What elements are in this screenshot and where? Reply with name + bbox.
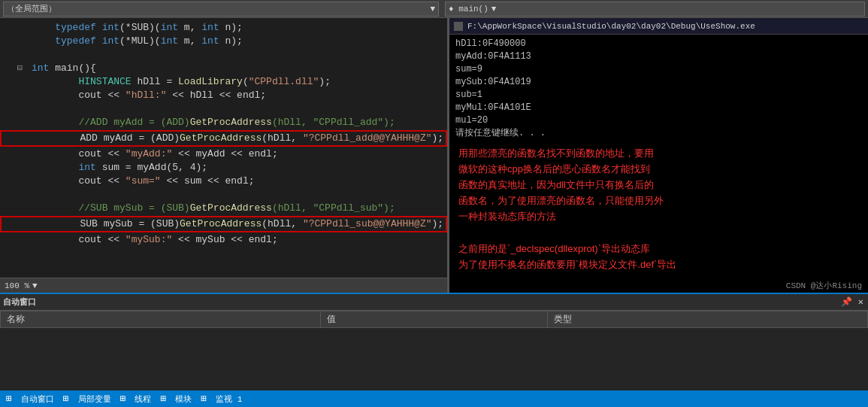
code-line: cout << "myAdd:" << myAdd << endl;: [0, 147, 447, 161]
code-line: cout << "hDll:" << hDll << endl;: [0, 89, 447, 102]
status-item-module[interactable]: 模块: [175, 393, 192, 405]
top-bar: （全局范围） ▼ ♦ main() ▼: [0, 0, 868, 18]
csdn-credit: CSDN @达小Rising: [449, 278, 868, 293]
bottom-tabs: 自动窗口 📌 ✕: [0, 294, 868, 311]
line-content: cout << "sum=" << sum << endl;: [29, 175, 447, 188]
auto-window-table: 名称 值 类型: [0, 311, 868, 390]
right-panel: F:\AppWorkSpace\VisualStudio\day02\day02…: [449, 18, 868, 293]
code-panel: typedef int(*SUB)(int m, int n); typedef…: [0, 18, 447, 293]
console-line: hDll:0F490000: [455, 38, 862, 50]
bottom-tab-title: 自动窗口: [3, 296, 36, 308]
annotation-line: 用那些漂亮的函数名找不到函数的地址，要用: [458, 145, 859, 161]
code-line: ⊟int main(){: [0, 62, 447, 75]
annotation-panel: 用那些漂亮的函数名找不到函数的地址，要用微软的这种cpp换名后的恶心函数名才能找…: [449, 139, 868, 278]
console-panel: F:\AppWorkSpace\VisualStudio\day02\day02…: [449, 18, 868, 139]
status-icon-module: ⊞: [160, 393, 166, 405]
console-line: mySub:0F4A1019: [455, 76, 862, 89]
annotation-line: 之前用的是`_declspec(dllexprot)`导出动态库: [458, 241, 859, 257]
line-content: int main(){: [29, 62, 447, 75]
status-item-locals[interactable]: 局部变量: [78, 393, 111, 405]
col-type: 类型: [547, 311, 867, 328]
code-line: //ADD myAdd = (ADD)GetProcAddress(hDll, …: [0, 116, 447, 129]
close-bottom-icon[interactable]: ✕: [857, 296, 865, 308]
status-icon-watch: ⊞: [201, 393, 207, 405]
line-content: ADD myAdd = (ADD)GetProcAddress(hDll, "?…: [30, 132, 446, 145]
line-content: cout << "myAdd:" << myAdd << endl;: [29, 147, 447, 161]
code-line: int sum = myAdd(5, 4);: [0, 161, 447, 175]
annotation-line: 微软的这种cpp换名后的恶心函数名才能找到: [458, 161, 859, 177]
code-line: typedef int(*MUL)(int m, int n);: [0, 35, 447, 48]
code-line: [0, 188, 447, 202]
code-line: [0, 102, 447, 116]
method-dropdown[interactable]: ♦ main() ▼: [445, 2, 865, 17]
status-bar: ⊞ 自动窗口 ⊞ 局部变量 ⊞ 线程 ⊞ 模块 ⊞ 监视 1: [0, 390, 868, 407]
line-content: typedef int(*MUL)(int m, int n);: [29, 35, 447, 48]
console-line: myMul:0F4A101E: [455, 102, 862, 114]
annotation-line: 函数的真实地址，因为dll文件中只有换名后的: [458, 177, 859, 193]
code-line: typedef int(*SUB)(int m, int n);: [0, 21, 447, 35]
bottom-tab-icons: 📌 ✕: [839, 296, 865, 308]
line-content: typedef int(*SUB)(int m, int n);: [29, 21, 447, 35]
line-content: cout << "mySub:" << mySub << endl;: [29, 233, 447, 247]
col-value: 值: [321, 311, 547, 328]
annotation-text: 用那些漂亮的函数名找不到函数的地址，要用微软的这种cpp换名后的恶心函数名才能找…: [458, 145, 859, 272]
status-item-thread[interactable]: 线程: [135, 393, 151, 405]
status-icon-thread: ⊞: [120, 393, 126, 405]
scope-dropdown[interactable]: （全局范围） ▼: [3, 2, 439, 17]
col-name: 名称: [1, 311, 321, 328]
auto-window-content: 名称 值 类型: [0, 311, 868, 390]
console-title-text: F:\AppWorkSpace\VisualStudio\day02\day02…: [467, 22, 755, 31]
line-content: cout << "hDll:" << hDll << endl;: [29, 89, 447, 102]
console-title-bar: F:\AppWorkSpace\VisualStudio\day02\day02…: [449, 18, 868, 35]
status-item-watch[interactable]: 监视 1: [216, 393, 242, 405]
status-item-auto[interactable]: 自动窗口: [21, 393, 54, 405]
code-line: HINSTANCE hDll = LoadLibrary("CPPdll.dll…: [0, 75, 447, 89]
console-output: hDll:0F490000myAdd:0F4A1113sum=9mySub:0F…: [449, 35, 868, 139]
code-line: [0, 48, 447, 62]
code-lines: typedef int(*SUB)(int m, int n); typedef…: [0, 18, 447, 250]
annotation-line: 函数名，为了使用漂亮的函数名，只能使用另外: [458, 193, 859, 208]
code-line: SUB mySub = (SUB)GetProcAddress(hDll, "?…: [0, 216, 447, 232]
console-line: 请按任意键继续. . .: [455, 127, 862, 139]
console-line: myAdd:0F4A1113: [455, 50, 862, 63]
line-content: SUB mySub = (SUB)GetProcAddress(hDll, "?…: [30, 217, 446, 231]
line-content: int sum = myAdd(5, 4);: [29, 161, 447, 175]
code-line: //SUB mySub = (SUB)GetProcAddress(hDll, …: [0, 202, 447, 215]
line-content: HINSTANCE hDll = LoadLibrary("CPPdll.dll…: [29, 75, 447, 89]
annotation-line: 一种封装动态库的方法: [458, 208, 859, 224]
code-line: cout << "sum=" << sum << endl;: [0, 175, 447, 188]
main-area: typedef int(*SUB)(int m, int n); typedef…: [0, 18, 868, 293]
bottom-panel-wrapper: 自动窗口 📌 ✕ 名称 值 类型 ⊞ 自动窗口 ⊞ 局部变量: [0, 293, 868, 407]
console-line: mul=20: [455, 114, 862, 127]
line-number: ⊟: [2, 62, 29, 75]
status-icon-auto: ⊞: [6, 393, 12, 405]
line-content: //ADD myAdd = (ADD)GetProcAddress(hDll, …: [29, 116, 447, 129]
console-line: sub=1: [455, 89, 862, 102]
code-line: cout << "mySub:" << mySub << endl;: [0, 233, 447, 247]
bottom-panel: 自动窗口 📌 ✕ 名称 值 类型: [0, 293, 868, 390]
zoom-bar: 100 % ▼: [0, 278, 447, 293]
console-icon: [454, 22, 463, 31]
pin-icon[interactable]: 📌: [839, 296, 854, 308]
line-content: //SUB mySub = (SUB)GetProcAddress(hDll, …: [29, 202, 447, 215]
status-icon-locals: ⊞: [63, 393, 69, 405]
code-content[interactable]: typedef int(*SUB)(int m, int n); typedef…: [0, 18, 447, 278]
annotation-line: 为了使用不换名的函数要用`模块定义文件.def`导出: [458, 257, 859, 272]
console-line: sum=9: [455, 63, 862, 76]
code-line: ADD myAdd = (ADD)GetProcAddress(hDll, "?…: [0, 130, 447, 147]
